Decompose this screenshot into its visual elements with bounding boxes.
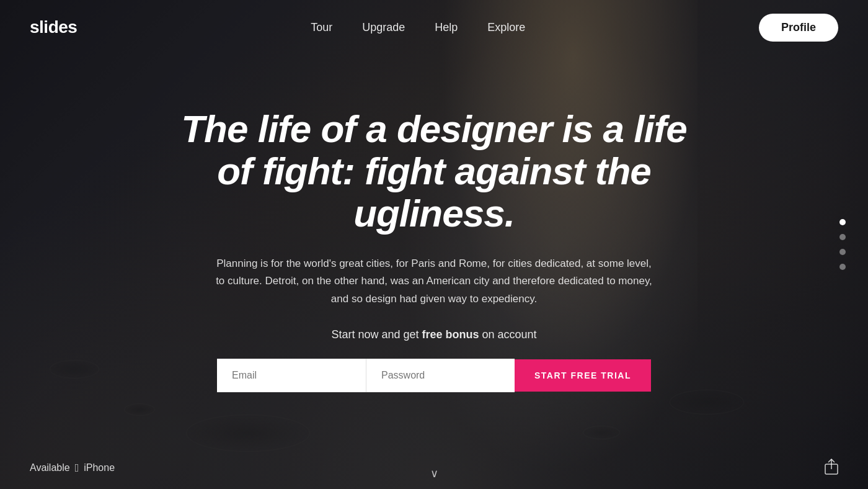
share-icon: [825, 464, 838, 477]
iphone-label: iPhone: [84, 462, 115, 473]
hero-section: The life of a designer is a life of figh…: [167, 108, 701, 392]
signup-form: START FREE TRIAL: [167, 359, 701, 392]
footer: Available  iPhone ∨: [0, 447, 868, 489]
available-section: Available  iPhone: [30, 462, 115, 475]
bonus-text: Start now and get free bonus on account: [167, 328, 701, 341]
start-trial-button[interactable]: START FREE TRIAL: [515, 359, 651, 392]
header: slides Tour Upgrade Help Explore Profile: [0, 0, 868, 55]
slide-dot-3[interactable]: [839, 249, 846, 255]
slide-dot-2[interactable]: [839, 234, 846, 240]
scroll-down-button[interactable]: ∨: [430, 467, 438, 480]
nav-upgrade[interactable]: Upgrade: [362, 21, 405, 34]
available-label: Available: [30, 462, 70, 473]
main-nav: Tour Upgrade Help Explore: [311, 21, 525, 34]
hero-headline: The life of a designer is a life of figh…: [167, 108, 701, 235]
password-input[interactable]: [366, 359, 515, 392]
logo: slides: [30, 17, 77, 37]
nav-help[interactable]: Help: [435, 21, 458, 34]
email-input[interactable]: [217, 359, 366, 392]
chevron-down-icon: ∨: [430, 467, 438, 480]
hero-subtext: Planning is for the world's great cities…: [211, 255, 657, 309]
apple-icon: : [75, 462, 79, 475]
slide-indicators: [839, 219, 846, 270]
nav-explore[interactable]: Explore: [487, 21, 525, 34]
slide-dot-1[interactable]: [839, 219, 846, 225]
nav-tour[interactable]: Tour: [311, 21, 332, 34]
profile-button[interactable]: Profile: [759, 14, 838, 42]
share-button[interactable]: [825, 459, 838, 478]
slide-dot-4[interactable]: [839, 264, 846, 270]
